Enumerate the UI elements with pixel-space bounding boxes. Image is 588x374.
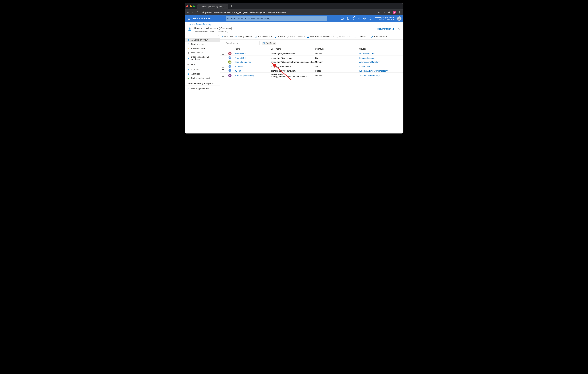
- nav-user-settings[interactable]: User settings: [185, 51, 220, 55]
- row-checkbox[interactable]: [222, 65, 224, 67]
- table-row[interactable]: BGBennett goh gmailbennettgoh@bennettgoh…: [220, 60, 403, 64]
- col-name[interactable]: Name: [235, 48, 271, 50]
- user-source-link[interactable]: Invited user: [359, 65, 370, 68]
- bookmark-icon[interactable]: ☆: [383, 11, 386, 14]
- user-name-link[interactable]: JS Tan: [235, 70, 241, 72]
- bulk-activities-button[interactable]: Bulk activities: [255, 35, 272, 38]
- address-bar[interactable]: portal.azure.com/#blade/Microsoft_AAD_IA…: [201, 11, 376, 14]
- row-checkbox[interactable]: [222, 69, 224, 72]
- help-icon[interactable]: [362, 15, 367, 22]
- key-icon[interactable]: [378, 11, 380, 13]
- directory-filter-icon[interactable]: [345, 15, 351, 22]
- svg-rect-20: [189, 77, 189, 79]
- col-source[interactable]: Source: [359, 48, 397, 50]
- user-name-link[interactable]: Workato [Blob Name]: [235, 74, 254, 77]
- refresh-button[interactable]: Refresh: [275, 35, 285, 38]
- nav-audit-logs[interactable]: Audit logs: [185, 72, 220, 76]
- mfa-button[interactable]: Multi-Factor Authentication: [307, 35, 334, 38]
- row-checkbox[interactable]: [222, 52, 224, 54]
- svg-point-1: [379, 12, 380, 13]
- nav-password-reset[interactable]: Password reset: [185, 46, 220, 51]
- hamburger-menu[interactable]: [185, 17, 193, 20]
- nav-diagnose[interactable]: Diagnose and solve problems: [185, 55, 220, 61]
- azure-brand[interactable]: Microsoft Azure: [193, 17, 213, 20]
- divider: [352, 35, 352, 38]
- traffic-close[interactable]: [186, 5, 188, 7]
- traffic-min[interactable]: [190, 5, 192, 7]
- reload-button[interactable]: ⟳: [196, 11, 199, 14]
- tab-close-icon[interactable]: ×: [225, 5, 227, 8]
- feedback-icon[interactable]: [367, 15, 373, 22]
- forward-button[interactable]: →: [191, 11, 194, 14]
- lock-icon: [202, 11, 204, 13]
- table-row[interactable]: Ee Shaneeshan@workato.comGuestInvited us…: [220, 64, 403, 68]
- avatar: W[: [228, 74, 231, 77]
- avatar: BG: [228, 60, 231, 64]
- nav-support[interactable]: New support request: [185, 86, 220, 91]
- user-source-link[interactable]: External Azure Active Directory: [359, 70, 388, 72]
- nav-all-users[interactable]: All users (Preview): [185, 38, 220, 42]
- columns-button[interactable]: Columns: [355, 35, 366, 38]
- extensions-icon[interactable]: [388, 11, 390, 13]
- svg-rect-3: [341, 18, 343, 19]
- feedback-button[interactable]: Got feedback?: [370, 35, 387, 38]
- table-row[interactable]: JS Tanjiesheng.tan@workato.comGuestExter…: [220, 68, 403, 73]
- breadcrumb-directory[interactable]: Default Directory: [196, 23, 211, 25]
- user-source-link[interactable]: Azure Active Directory: [359, 74, 380, 77]
- account-menu[interactable]: bennett.goh@workato.c... DEFAULT DIRECTO…: [373, 16, 403, 21]
- heart-icon: [370, 36, 373, 38]
- traffic-max[interactable]: [193, 5, 195, 7]
- nav-section-trouble: Troubleshooting + Support: [185, 80, 220, 86]
- delete-user-button[interactable]: Delete user: [336, 35, 350, 38]
- user-source-link[interactable]: Microsoft Account: [359, 57, 376, 59]
- user-source-link[interactable]: Azure Active Directory: [359, 61, 380, 63]
- search-users-input[interactable]: [222, 41, 260, 45]
- azure-search-input[interactable]: Search resources, services, and docs (G+…: [226, 16, 327, 21]
- user-name-link[interactable]: Bennett goh gmail: [235, 61, 251, 63]
- external-link-icon: [392, 28, 394, 30]
- documentation-link[interactable]: Documentation: [377, 28, 394, 30]
- table-row[interactable]: BGBennett Gohbennett.goh@workato.comMemb…: [220, 51, 403, 55]
- nav-sign-ins[interactable]: Sign-ins: [185, 67, 220, 72]
- notifications-icon[interactable]: 1: [351, 15, 356, 22]
- close-blade-button[interactable]: ✕: [397, 26, 400, 31]
- new-guest-user-button[interactable]: New guest user: [235, 35, 252, 38]
- chrome-toolbar: ← → ⟳ portal.azure.com/#blade/Microsoft_…: [185, 9, 403, 15]
- profile-avatar[interactable]: B: [393, 11, 396, 14]
- left-nav: « All users (Preview) Deleted users Pass…: [185, 34, 220, 133]
- user-name-link[interactable]: Ee Shan: [235, 65, 243, 68]
- user-username: bennettgoh@bennettgohworkato.onmicrosoft…: [271, 61, 315, 63]
- chrome-menu-icon[interactable]: ⋮: [398, 11, 401, 14]
- back-button[interactable]: ←: [186, 11, 189, 14]
- divider: [368, 35, 368, 38]
- row-checkbox[interactable]: [222, 57, 224, 59]
- row-checkbox[interactable]: [222, 61, 224, 63]
- user-source-link[interactable]: Microsoft Account: [359, 52, 376, 55]
- add-filters-button[interactable]: Add filters: [262, 42, 276, 45]
- svg-point-8: [399, 18, 400, 19]
- cloud-shell-icon[interactable]: [339, 15, 345, 22]
- row-checkbox[interactable]: [222, 74, 224, 76]
- settings-icon[interactable]: [356, 15, 362, 22]
- new-tab-button[interactable]: +: [231, 5, 232, 8]
- svg-rect-18: [188, 78, 188, 79]
- new-user-button[interactable]: New user: [222, 35, 233, 38]
- user-username: workato-blob-name@bennettgohworkato.onmi…: [271, 73, 315, 78]
- breadcrumb-home[interactable]: Home: [188, 23, 193, 25]
- table-row[interactable]: W[Workato [Blob Name]workato-blob-name@b…: [220, 73, 403, 77]
- nav-deleted-users[interactable]: Deleted users: [185, 42, 220, 46]
- svg-point-2: [227, 18, 229, 19]
- collapse-nav-button[interactable]: «: [185, 34, 220, 38]
- table-row[interactable]: Bennett Gohbennettgoh@gmail.comGuestMicr…: [220, 55, 403, 60]
- filter-row: Add filters: [220, 40, 403, 47]
- user-name-link[interactable]: Bennett Goh: [235, 52, 246, 55]
- browser-tab[interactable]: Users | All users (Preview) - M… ×: [197, 4, 228, 9]
- breadcrumb: Home › Default Directory ›: [185, 22, 403, 26]
- nav-bulk-ops[interactable]: Bulk operation results: [185, 76, 220, 80]
- svg-point-11: [188, 43, 189, 44]
- col-usertype[interactable]: User type: [315, 48, 359, 50]
- content-area: Home › Default Directory › Users | All u…: [185, 22, 403, 133]
- user-name-link[interactable]: Bennett Goh: [235, 57, 246, 59]
- reset-password-button[interactable]: Reset password: [287, 35, 305, 38]
- col-username[interactable]: User name: [271, 48, 315, 50]
